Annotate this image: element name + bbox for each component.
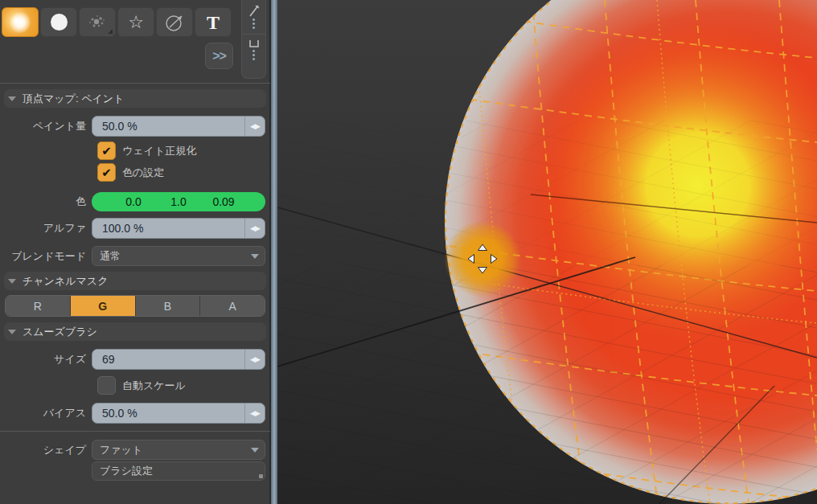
channel-g-button[interactable]: G xyxy=(71,296,135,316)
channel-r-button[interactable]: R xyxy=(6,296,70,316)
chevron-down-icon xyxy=(251,254,259,259)
auto-scale-checkbox[interactable] xyxy=(97,376,116,395)
color-r-value: 0.0 xyxy=(111,195,156,208)
star-brush-icon: ☆ xyxy=(128,14,144,31)
paint-amount-spinner[interactable]: ◀▶ xyxy=(244,117,265,136)
collapse-triangle-icon xyxy=(8,279,16,284)
hard-brush-button[interactable] xyxy=(40,7,77,37)
spinner-arrows-icon: ◀▶ xyxy=(250,122,260,130)
brush-cursor[interactable] xyxy=(444,220,521,297)
spray-brush-icon xyxy=(87,13,108,32)
text-brush-button[interactable]: T xyxy=(195,7,232,37)
blend-mode-row: ブレンドモード 通常 xyxy=(0,246,265,266)
procedural-brush-icon xyxy=(163,12,186,33)
alpha-spinner[interactable]: ◀▶ xyxy=(244,219,265,238)
color-row: 色 0.0 1.0 0.09 xyxy=(0,192,265,211)
soft-brush-icon xyxy=(10,12,31,33)
properties-form: 頂点マップ: ペイント ペイント量 50.0 % ◀▶ ✔ ウェイト正規化 ✔ … xyxy=(0,83,270,489)
procedural-brush-button[interactable] xyxy=(156,7,193,37)
mini-tab-dots-icon: ••• xyxy=(252,50,256,62)
panel-splitter[interactable] xyxy=(271,0,277,504)
color-set-row: ✔ 色の設定 xyxy=(97,163,270,182)
bias-field[interactable]: 50.0 % ◀▶ xyxy=(92,403,265,424)
bias-row: バイアス 50.0 % ◀▶ xyxy=(0,403,265,424)
size-field[interactable]: 69 ◀▶ xyxy=(92,349,265,370)
brush-type-toolbar: ☆ T xyxy=(2,7,232,37)
paint-amount-field[interactable]: 50.0 % ◀▶ xyxy=(92,116,265,137)
viewport-canvas xyxy=(277,0,817,504)
mini-tab-tools[interactable]: ••• xyxy=(248,0,261,34)
channel-b-button[interactable]: B xyxy=(136,296,200,316)
mini-tab-falloff[interactable]: ••• xyxy=(242,34,265,65)
hard-brush-icon xyxy=(51,14,68,31)
alpha-label: アルファ xyxy=(0,221,92,236)
alpha-field[interactable]: 100.0 % ◀▶ xyxy=(92,218,265,239)
paint-amount-row: ペイント量 50.0 % ◀▶ xyxy=(0,116,265,137)
size-label: サイズ xyxy=(0,352,92,367)
shape-row: シェイプ ファット xyxy=(0,440,265,460)
3d-viewport[interactable] xyxy=(277,0,817,504)
brush-dropdown-indicator xyxy=(108,29,113,34)
star-brush-button[interactable]: ☆ xyxy=(117,7,154,37)
text-brush-icon: T xyxy=(207,13,220,32)
brush-settings-button[interactable]: ブラシ設定 xyxy=(92,461,265,481)
workplane-grid xyxy=(277,121,817,504)
paint-amount-label: ペイント量 xyxy=(0,119,92,133)
size-row: サイズ 69 ◀▶ xyxy=(0,349,265,370)
color-swatch-field[interactable]: 0.0 1.0 0.09 xyxy=(92,192,265,211)
spinner-arrows-icon: ◀▶ xyxy=(250,409,260,417)
expand-toolbar-button[interactable]: >> xyxy=(205,43,233,69)
collapse-triangle-icon xyxy=(8,330,16,334)
vertical-mini-toolbar: ••• ••• xyxy=(241,0,266,79)
weight-normalize-checkbox[interactable]: ✔ xyxy=(97,141,116,160)
shape-label: シェイプ xyxy=(0,443,92,457)
auto-scale-row: 自動スケール xyxy=(97,376,270,395)
blend-mode-label: ブレンドモード xyxy=(0,249,92,264)
size-spinner[interactable]: ◀▶ xyxy=(244,350,265,369)
alpha-row: アルファ 100.0 % ◀▶ xyxy=(0,218,265,239)
color-b-value: 0.09 xyxy=(201,195,246,208)
section-smooth-brush[interactable]: スムーズブラシ xyxy=(4,322,266,341)
channel-mask-buttons: R G B A xyxy=(5,295,265,317)
chevron-down-icon xyxy=(251,448,259,453)
blend-mode-dropdown[interactable]: 通常 xyxy=(92,246,265,266)
mini-tab-dots-icon: ••• xyxy=(252,18,256,31)
color-label: 色 xyxy=(0,195,92,209)
spinner-arrows-icon: ◀▶ xyxy=(250,224,260,232)
spinner-arrows-icon: ◀▶ xyxy=(250,355,260,363)
spray-brush-button[interactable] xyxy=(79,7,116,37)
color-set-checkbox[interactable]: ✔ xyxy=(97,163,116,182)
section-channel-mask[interactable]: チャンネルマスク xyxy=(4,272,266,290)
tool-properties-panel: ☆ T >> ••• ••• xyxy=(0,0,270,504)
channel-a-button[interactable]: A xyxy=(200,296,265,316)
color-g-value: 1.0 xyxy=(156,195,201,208)
collapse-triangle-icon xyxy=(8,96,16,101)
section-vertex-map[interactable]: 頂点マップ: ペイント xyxy=(4,89,266,108)
divider xyxy=(0,431,270,432)
bias-spinner[interactable]: ◀▶ xyxy=(244,404,265,423)
shape-dropdown[interactable]: ファット xyxy=(92,440,265,460)
bias-label: バイアス xyxy=(0,406,92,420)
soft-brush-button[interactable] xyxy=(2,7,39,37)
brush-settings-row: ブラシ設定 xyxy=(0,461,265,481)
weight-normalize-row: ✔ ウェイト正規化 xyxy=(97,141,270,160)
